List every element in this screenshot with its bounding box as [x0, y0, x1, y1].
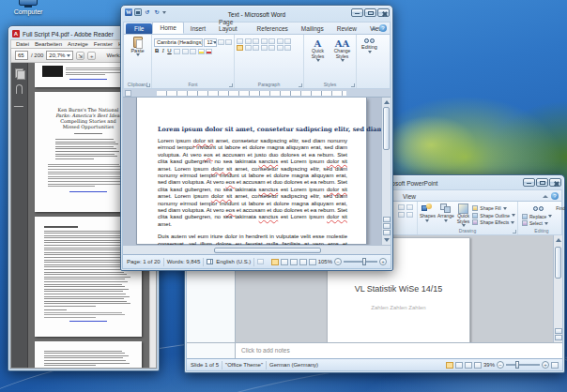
web-layout-view-button[interactable] [290, 259, 298, 265]
undo-button[interactable]: ↺ [144, 8, 151, 16]
shape-outline-button[interactable]: Shape Outline [472, 213, 515, 219]
proofing-icon[interactable] [207, 259, 213, 264]
select-browse-object-button[interactable] [383, 223, 391, 229]
multilevel-list-icon[interactable] [253, 38, 259, 44]
strikethrough-icon[interactable] [174, 49, 180, 54]
print-layout-view-button[interactable] [271, 259, 279, 265]
change-styles-button[interactable]: AA Change Styles [330, 38, 354, 62]
word-title-bar[interactable]: W ↺ ↻ Text - Microsoft Word [123, 8, 391, 22]
paste-button[interactable]: Paste [126, 37, 149, 56]
slideshow-view-button[interactable] [474, 362, 482, 369]
qat-dropdown-icon[interactable] [162, 11, 166, 14]
arrange-button[interactable]: Arrange [437, 204, 454, 227]
close-button[interactable] [549, 178, 561, 187]
vertical-scrollbar[interactable] [381, 98, 391, 245]
ribbon-icon[interactable] [406, 204, 413, 210]
page-thumbnails-icon[interactable] [15, 68, 23, 78]
ppt-notes-pane[interactable]: Click to add notes [187, 342, 562, 358]
replace-button[interactable]: Replace [522, 214, 565, 219]
menu-anzeige[interactable]: Anzeige [68, 41, 88, 47]
superscript-icon[interactable] [190, 49, 196, 54]
menu-fenster[interactable]: Fenster [94, 41, 113, 47]
sort-icon[interactable] [277, 38, 284, 44]
font-name-select[interactable]: Cambria (Headings) [154, 38, 203, 47]
pdf-hyperlink[interactable] [69, 79, 107, 80]
underline-button[interactable]: U [166, 48, 172, 54]
line-spacing-icon[interactable] [268, 45, 275, 51]
horizontal-scrollbar[interactable] [123, 245, 391, 254]
pdf-hyperlink[interactable] [69, 321, 107, 322]
slide-subtitle[interactable]: Zahlen Zahlen Zahlen [336, 305, 461, 310]
help-icon[interactable]: ? [551, 192, 559, 200]
align-left-icon[interactable] [237, 45, 243, 51]
find-button[interactable]: Find [522, 204, 565, 212]
scroll-down-icon[interactable] [384, 238, 390, 242]
fit-width-icon[interactable]: ⇲ [76, 52, 84, 60]
highlight-color-icon[interactable] [198, 49, 205, 54]
slide-title[interactable]: VL Statistik WiSe 14/15 [336, 284, 461, 294]
next-slide-button[interactable] [555, 335, 562, 340]
shape-fill-button[interactable]: Shape Fill [472, 205, 515, 211]
menu-bearbeiten[interactable]: Bearbeiten [35, 41, 62, 47]
tab-home[interactable]: Home [152, 22, 183, 34]
dialog-launcher-icon[interactable] [229, 83, 233, 87]
align-center-icon[interactable] [245, 45, 252, 51]
tab-review[interactable]: Review [330, 23, 363, 34]
zoom-out-button[interactable]: − [497, 361, 504, 369]
scroll-up-icon[interactable] [556, 238, 561, 242]
shapes-button[interactable]: Shapes [420, 204, 436, 227]
previous-slide-button[interactable] [555, 328, 562, 334]
align-right-icon[interactable] [253, 45, 259, 51]
maximize-button[interactable] [364, 8, 376, 17]
horizontal-ruler[interactable] [123, 89, 391, 98]
bullets-icon[interactable] [237, 38, 243, 44]
decrease-indent-icon[interactable] [261, 38, 268, 44]
bold-button[interactable]: B [154, 48, 160, 54]
numbering-icon[interactable] [245, 38, 252, 44]
scrollbar-thumb[interactable] [383, 107, 390, 150]
select-button[interactable]: Select [522, 220, 565, 226]
shading-icon[interactable] [277, 45, 284, 51]
minimize-button[interactable] [523, 178, 535, 187]
font-size-select[interactable]: 12 [204, 38, 216, 47]
quick-styles-button[interactable]: A Quick Styles [306, 38, 329, 62]
ppt-scrollbar-thumb[interactable] [555, 247, 561, 279]
zoom-out-button[interactable]: − [334, 258, 342, 265]
desktop-icon-computer[interactable]: Computer [4, 0, 53, 15]
editing-button[interactable]: Editing [359, 44, 380, 50]
page-number-input[interactable]: 65 [15, 51, 28, 60]
show-marks-icon[interactable] [284, 38, 291, 44]
document-page[interactable]: Lorem ipsum dolor sit amet, consetetur s… [136, 98, 367, 245]
menu-datei[interactable]: Datei [16, 41, 29, 47]
tab-file[interactable]: File [126, 23, 152, 34]
tab-insert[interactable]: Insert [184, 23, 212, 34]
dialog-launcher-icon[interactable] [146, 83, 150, 87]
language-indicator[interactable]: English (U.S.) [216, 259, 251, 264]
redo-button[interactable]: ↻ [153, 8, 161, 16]
slide-sorter-view-button[interactable] [455, 362, 463, 369]
font-color-icon[interactable] [206, 49, 212, 54]
attachments-icon[interactable] [16, 84, 23, 94]
zoom-slider-thumb[interactable] [362, 258, 366, 265]
subscript-icon[interactable] [182, 49, 189, 54]
dialog-launcher-icon[interactable] [351, 83, 355, 87]
dialog-launcher-icon[interactable] [299, 83, 302, 87]
theme-name[interactable]: "Office Theme" [225, 362, 263, 368]
next-page-button[interactable] [383, 230, 391, 235]
zoom-slider-thumb[interactable] [515, 361, 519, 369]
tab-view[interactable]: View [396, 191, 422, 202]
zoom-level-select[interactable]: 20,7% [46, 51, 73, 60]
quick-styles-button[interactable]: Quick Styles [456, 204, 471, 227]
macro-icon[interactable] [257, 259, 264, 264]
scroll-up-icon[interactable] [384, 100, 390, 104]
dialog-launcher-icon[interactable] [513, 230, 516, 234]
tab-mailings[interactable]: Mailings [295, 23, 330, 34]
tab-references[interactable]: References [251, 23, 295, 34]
previous-page-button[interactable] [383, 217, 391, 222]
borders-icon[interactable] [284, 45, 291, 51]
ribbon-icon[interactable] [398, 204, 405, 210]
editing-dropdown-icon[interactable] [368, 51, 372, 53]
outline-view-button[interactable] [299, 259, 307, 265]
ribbon-icon[interactable] [406, 212, 413, 218]
page-count[interactable]: Page: 1 of 20 [127, 259, 161, 264]
